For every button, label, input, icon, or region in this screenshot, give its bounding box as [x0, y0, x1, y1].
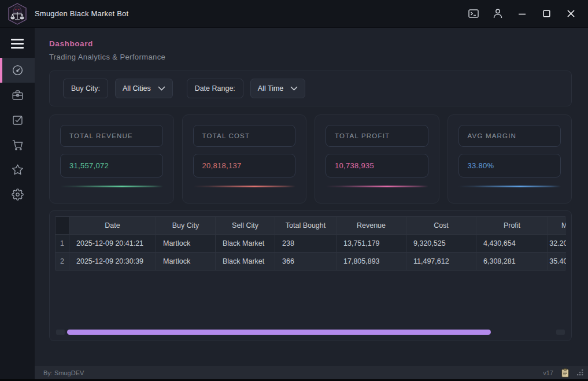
gear-icon [12, 188, 24, 201]
titlebar-controls [465, 6, 588, 22]
chevron-down-icon [290, 86, 298, 91]
titlebar: Smugden Black Market Bot [0, 0, 588, 28]
cell-date: 2025-12-09 20:30:39 [69, 253, 156, 271]
cell-date: 2025-12-09 20:41:21 [69, 235, 156, 253]
cell-profit: 4,430,654 [476, 235, 548, 253]
sidebar [0, 28, 35, 379]
scrollbar-thumb[interactable] [67, 330, 491, 335]
main-content: Dashboard Trading Analytics & Performanc… [35, 28, 588, 366]
cell-cost: 11,497,612 [406, 253, 476, 271]
credit-text: By: SmugDEV [43, 369, 84, 376]
stat-card-total-cost: TOTAL COST 20,818,137 [182, 114, 307, 204]
page-subtitle: Trading Analytics & Performance [49, 53, 572, 61]
date-range-select[interactable]: All Time [250, 79, 305, 98]
stat-label: AVG MARGIN [468, 132, 552, 139]
stat-label: TOTAL COST [202, 132, 287, 139]
stat-label: TOTAL PROFIT [335, 132, 419, 139]
star-icon [12, 164, 24, 176]
horizontal-scrollbar [55, 329, 566, 335]
cell-buy-city: Martlock [156, 253, 216, 271]
sidebar-item-cart[interactable] [0, 132, 35, 157]
dashboard-gauge-icon [12, 64, 24, 76]
col-total-bought[interactable]: Total Bought [275, 217, 336, 235]
col-revenue[interactable]: Revenue [336, 217, 406, 235]
date-range-value: All Time [258, 84, 283, 93]
stat-card-total-revenue: TOTAL REVENUE 31,557,072 [49, 114, 174, 204]
cell-sell-city: Black Market [216, 235, 275, 253]
scales-logo-icon [7, 2, 28, 25]
app-logo [0, 2, 35, 25]
col-buy-city[interactable]: Buy City [156, 217, 216, 235]
table-row[interactable]: 1 2025-12-09 20:41:21 Martlock Black Mar… [56, 235, 567, 253]
sidebar-item-tasks[interactable] [0, 108, 35, 132]
buy-city-label: Buy City: [63, 79, 108, 98]
cell-margin-clipped: 32.20 [548, 235, 567, 253]
sidebar-item-settings[interactable] [0, 182, 35, 207]
cell-buy-city: Martlock [156, 235, 216, 253]
buy-city-select[interactable]: All Cities [115, 79, 173, 98]
scrollbar-track[interactable] [67, 330, 554, 335]
col-profit[interactable]: Profit [476, 217, 548, 235]
stat-card-total-profit: TOTAL PROFIT 10,738,935 [315, 114, 439, 204]
sidebar-item-favorites[interactable] [0, 157, 35, 182]
stat-accent-line [193, 186, 296, 187]
trades-table: Date Buy City Sell City Total Bought Rev… [55, 216, 566, 271]
stat-value: 31,557,072 [69, 161, 154, 170]
sidebar-item-dashboard[interactable] [0, 58, 35, 83]
briefcase-icon [12, 89, 24, 101]
cell-revenue: 13,751,179 [336, 235, 406, 253]
clipboard-icon[interactable] [561, 368, 569, 378]
stat-cards: TOTAL REVENUE 31,557,072 TOTAL COST 20,8… [49, 114, 572, 204]
stat-value: 20,818,137 [202, 161, 287, 170]
cell-cost: 9,320,525 [406, 235, 476, 253]
scroll-right-button[interactable] [556, 330, 565, 335]
trades-table-panel: Date Buy City Sell City Total Bought Rev… [49, 210, 572, 341]
col-date[interactable]: Date [69, 217, 156, 235]
close-button[interactable] [563, 6, 579, 22]
sidebar-item-briefcase[interactable] [0, 83, 35, 108]
stat-value: 10,738,935 [335, 161, 419, 170]
cart-icon [12, 139, 24, 151]
stat-accent-line [326, 186, 428, 187]
cell-revenue: 17,805,893 [336, 253, 406, 271]
col-rownum [56, 217, 69, 235]
col-cost[interactable]: Cost [406, 217, 476, 235]
task-check-icon [12, 114, 24, 126]
cell-total-bought: 366 [275, 253, 336, 271]
table-header-row: Date Buy City Sell City Total Bought Rev… [56, 217, 567, 235]
maximize-button[interactable] [538, 6, 554, 22]
cell-sell-city: Black Market [216, 253, 275, 271]
version-text: v17 [543, 369, 553, 376]
chevron-down-icon [158, 86, 165, 91]
col-sell-city[interactable]: Sell City [216, 217, 275, 235]
terminal-icon[interactable] [465, 6, 482, 22]
row-number: 2 [56, 253, 69, 271]
scroll-left-button[interactable] [56, 330, 65, 335]
cell-margin-clipped: 35.40 [548, 253, 567, 271]
table-row[interactable]: 2 2025-12-09 20:30:39 Martlock Black Mar… [56, 253, 567, 271]
buy-city-value: All Cities [123, 84, 151, 93]
stat-value: 33.80% [468, 161, 552, 170]
cell-total-bought: 238 [275, 235, 336, 253]
page-title: Dashboard [49, 39, 572, 48]
stat-label: TOTAL REVENUE [69, 132, 154, 139]
minimize-button[interactable] [514, 6, 530, 22]
row-number: 1 [56, 235, 69, 253]
resize-grip-icon[interactable] [577, 369, 583, 376]
app-title: Smugden Black Market Bot [35, 9, 128, 18]
filter-bar: Buy City: All Cities Date Range: All Tim… [49, 71, 572, 106]
menu-icon[interactable] [0, 29, 35, 58]
date-range-label: Date Range: [187, 79, 243, 98]
stat-card-avg-margin: AVG MARGIN 33.80% [448, 114, 572, 204]
user-icon[interactable] [490, 6, 506, 22]
col-margin-clipped[interactable]: M [548, 217, 567, 235]
app-window: Smugden Black Market Bot [0, 0, 588, 381]
stat-accent-line [458, 186, 561, 187]
cell-profit: 6,308,281 [476, 253, 548, 271]
status-bar: By: SmugDEV v17 [35, 366, 588, 379]
stat-accent-line [60, 186, 163, 187]
